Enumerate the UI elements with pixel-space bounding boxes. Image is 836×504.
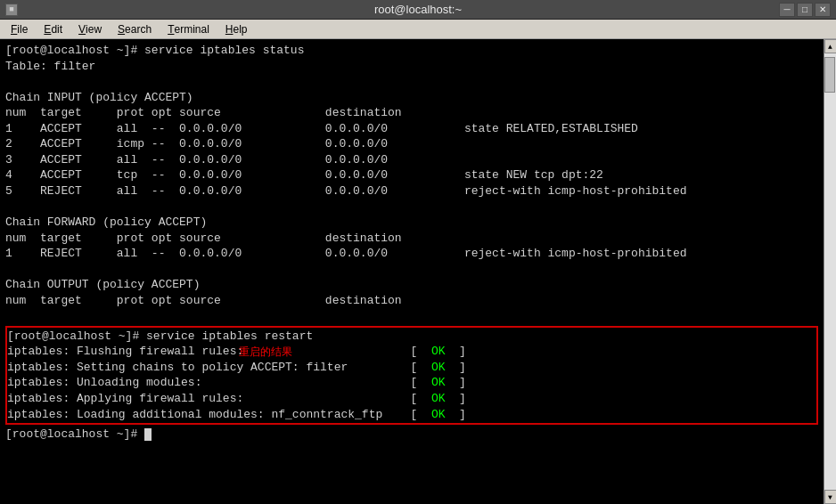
line-rule3: 3 ACCEPT all -- 0.0.0.0/0 0.0.0.0/0 xyxy=(5,152,818,168)
restart-line4: iptables: Applying firewall rules: [ OK … xyxy=(7,391,816,407)
line-cmd-restart: [root@localhost ~]# service iptables res… xyxy=(7,329,816,345)
scroll-track[interactable] xyxy=(824,53,836,490)
line-chain-output: Chain OUTPUT (policy ACCEPT) xyxy=(5,277,818,293)
maximize-button[interactable]: □ xyxy=(797,3,813,17)
cursor-blink xyxy=(144,428,152,441)
restart-line1: iptables: Flushing firewall rules: [ OK … xyxy=(7,344,816,360)
menu-bar: File Edit View Search Terminal Help xyxy=(0,20,836,39)
restart-line3: iptables: Unloading modules: [ OK ] xyxy=(7,375,466,391)
terminal-icon: ■ xyxy=(5,4,18,16)
line-rule5: 5 REJECT all -- 0.0.0.0/0 0.0.0.0/0 reje… xyxy=(5,183,818,199)
title-bar-left: ■ xyxy=(5,4,18,16)
scroll-thumb[interactable] xyxy=(824,57,835,93)
window-controls: ─ □ ✕ xyxy=(779,3,831,17)
menu-view[interactable]: View xyxy=(71,20,109,38)
line-empty1 xyxy=(5,74,818,90)
menu-help[interactable]: Help xyxy=(218,20,255,38)
line-header3: num target prot opt source destination xyxy=(5,293,818,309)
line-empty2 xyxy=(5,199,818,215)
restart-line2: iptables: Setting chains to policy ACCEP… xyxy=(7,360,816,376)
title-bar: ■ root@localhost:~ ─ □ ✕ xyxy=(0,0,836,20)
line-rule2: 2 ACCEPT icmp -- 0.0.0.0/0 0.0.0.0/0 xyxy=(5,136,818,152)
menu-terminal[interactable]: Terminal xyxy=(160,20,217,38)
menu-edit[interactable]: Edit xyxy=(37,20,70,38)
line-header1: num target prot opt source destination xyxy=(5,105,818,121)
restart-section: [root@localhost ~]# service iptables res… xyxy=(5,326,818,425)
scroll-down-button[interactable]: ▼ xyxy=(824,490,837,504)
line-chain-forward: Chain FORWARD (policy ACCEPT) xyxy=(5,215,818,231)
line-rule4: 4 ACCEPT tcp -- 0.0.0.0/0 0.0.0.0/0 stat… xyxy=(5,167,818,183)
menu-file[interactable]: File xyxy=(4,20,35,38)
close-button[interactable]: ✕ xyxy=(815,3,831,17)
scroll-up-button[interactable]: ▲ xyxy=(824,39,837,53)
menu-search[interactable]: Search xyxy=(111,20,159,38)
line-empty4 xyxy=(5,308,818,324)
line-empty3 xyxy=(5,262,818,278)
line-chain-input: Chain INPUT (policy ACCEPT) xyxy=(5,90,818,106)
scrollbar[interactable]: ▲ ▼ xyxy=(824,39,836,504)
final-prompt: [root@localhost ~]# xyxy=(5,427,818,443)
line-cmd-status: [root@localhost ~]# service iptables sta… xyxy=(5,43,818,59)
terminal[interactable]: [root@localhost ~]# service iptables sta… xyxy=(0,39,824,504)
line-header2: num target prot opt source destination xyxy=(5,231,818,247)
line-rule1: 1 ACCEPT all -- 0.0.0.0/0 0.0.0.0/0 stat… xyxy=(5,121,818,137)
line-forward-rule1: 1 REJECT all -- 0.0.0.0/0 0.0.0.0/0 reje… xyxy=(5,246,818,262)
minimize-button[interactable]: ─ xyxy=(779,3,795,17)
line-table: Table: filter xyxy=(5,59,818,75)
restart-line5: iptables: Loading additional modules: nf… xyxy=(7,407,816,423)
window-title: root@localhost:~ xyxy=(374,3,462,16)
annotation-label: 重启的结果 xyxy=(239,345,292,359)
terminal-wrapper: [root@localhost ~]# service iptables sta… xyxy=(0,39,836,504)
